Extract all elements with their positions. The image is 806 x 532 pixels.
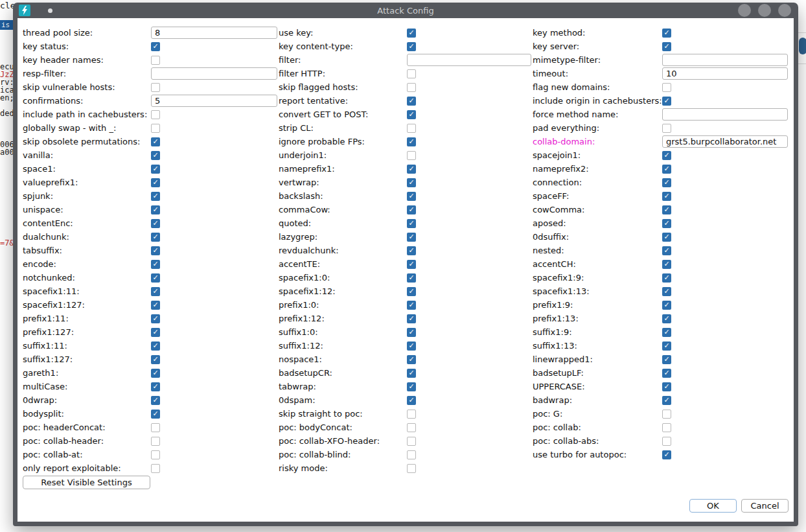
checkbox-poc-collab-at[interactable] — [151, 450, 160, 459]
checkbox-spaceff[interactable]: ✓ — [662, 192, 671, 201]
checkbox-dualchunk[interactable]: ✓ — [151, 233, 160, 242]
checkbox-badwrap[interactable]: ✓ — [662, 396, 671, 405]
input-thread-pool-size[interactable] — [151, 27, 277, 39]
input-confirmations[interactable] — [151, 95, 277, 107]
input-collab-domain[interactable] — [662, 135, 788, 148]
checkbox-0dwrap[interactable]: ✓ — [151, 396, 160, 405]
checkbox-nospace1[interactable]: ✓ — [407, 355, 416, 364]
checkbox-poc-collab[interactable] — [662, 423, 671, 432]
checkbox-suffix1-11[interactable]: ✓ — [151, 341, 160, 351]
checkbox-convert-get-to-post[interactable]: ✓ — [407, 110, 416, 119]
input-resp-filter[interactable] — [151, 67, 277, 80]
checkbox-globally-swap-with[interactable] — [151, 124, 160, 133]
checkbox-include-path-in-cachebusters[interactable] — [151, 110, 160, 119]
checkbox-0dspam[interactable]: ✓ — [407, 396, 416, 405]
checkbox-flag-new-domains[interactable] — [662, 83, 671, 92]
input-force-method-name[interactable] — [662, 108, 788, 121]
checkbox-only-report-exploitable[interactable] — [151, 464, 160, 473]
checkbox-contentenc[interactable]: ✓ — [151, 219, 160, 228]
checkbox-underjoin1[interactable] — [407, 151, 416, 160]
checkbox-bodysplit[interactable]: ✓ — [151, 410, 160, 419]
checkbox-spacefix1-127[interactable]: ✓ — [151, 301, 160, 310]
checkbox-spjunk[interactable]: ✓ — [151, 192, 160, 201]
checkbox-lazygrep[interactable]: ✓ — [407, 233, 416, 242]
input-mimetype-filter[interactable] — [662, 54, 788, 66]
checkbox-suffix1-9[interactable]: ✓ — [662, 328, 671, 337]
maximize-button[interactable] — [758, 4, 771, 17]
checkbox-badsetuplf[interactable]: ✓ — [662, 369, 671, 378]
checkbox-suffix1-12[interactable]: ✓ — [407, 341, 416, 351]
cancel-button[interactable]: Cancel — [741, 499, 789, 513]
checkbox-skip-flagged-hosts[interactable] — [407, 83, 416, 92]
checkbox-linewrapped1[interactable]: ✓ — [662, 355, 671, 364]
checkbox-spacefix1-0[interactable]: ✓ — [407, 273, 416, 283]
checkbox-notchunked[interactable]: ✓ — [151, 273, 160, 283]
minimize-button[interactable] — [738, 4, 751, 17]
checkbox-report-tentative[interactable]: ✓ — [407, 97, 416, 106]
checkbox-vertwrap[interactable]: ✓ — [407, 178, 416, 187]
checkbox-use-turbo-for-autopoc[interactable]: ✓ — [662, 450, 671, 459]
checkbox-suffix1-0[interactable]: ✓ — [407, 328, 416, 337]
checkbox-poc-headerconcat[interactable] — [151, 423, 160, 432]
checkbox-pad-everything[interactable] — [662, 124, 671, 133]
checkbox-spacejoin1[interactable]: ✓ — [662, 151, 671, 160]
checkbox-key-header-names[interactable] — [151, 56, 160, 65]
checkbox-key-method[interactable]: ✓ — [662, 29, 671, 38]
checkbox-tabsuffix[interactable]: ✓ — [151, 246, 160, 255]
checkbox-nameprefix2[interactable]: ✓ — [662, 165, 671, 174]
reset-visible-settings-button[interactable]: Reset Visible Settings — [23, 476, 150, 489]
checkbox-prefix1-12[interactable]: ✓ — [407, 314, 416, 323]
checkbox-prefix1-0[interactable]: ✓ — [407, 301, 416, 310]
checkbox-filter-http[interactable] — [407, 69, 416, 78]
ok-button[interactable]: OK — [689, 499, 737, 513]
checkbox-spacefix1-9[interactable]: ✓ — [662, 273, 671, 283]
checkbox-valueprefix1[interactable]: ✓ — [151, 178, 160, 187]
checkbox-0dsuffix[interactable]: ✓ — [662, 233, 671, 242]
checkbox-poc-collab-abs[interactable] — [662, 437, 671, 446]
checkbox-key-status[interactable]: ✓ — [151, 42, 160, 51]
checkbox-accentte[interactable]: ✓ — [407, 260, 416, 269]
checkbox-spacefix1-12[interactable]: ✓ — [407, 287, 416, 296]
input-timeout[interactable] — [662, 67, 788, 80]
checkbox-unispace[interactable]: ✓ — [151, 205, 160, 214]
close-button[interactable] — [778, 4, 791, 17]
checkbox-revdualchunk[interactable]: ✓ — [407, 246, 416, 255]
checkbox-prefix1-9[interactable]: ✓ — [662, 301, 671, 310]
checkbox-key-server[interactable]: ✓ — [662, 42, 671, 51]
checkbox-tabwrap[interactable]: ✓ — [407, 382, 416, 391]
checkbox-cowcomma[interactable]: ✓ — [662, 205, 671, 214]
checkbox-badsetupcr[interactable]: ✓ — [407, 369, 416, 378]
checkbox-prefix1-11[interactable]: ✓ — [151, 314, 160, 323]
checkbox-strip-cl[interactable] — [407, 124, 416, 133]
checkbox-multicase[interactable]: ✓ — [151, 382, 160, 391]
checkbox-key-content-type[interactable]: ✓ — [407, 42, 416, 51]
checkbox-skip-obsolete-permutations[interactable]: ✓ — [151, 137, 160, 146]
input-filter[interactable] — [407, 54, 531, 66]
checkbox-suffix1-127[interactable]: ✓ — [151, 355, 160, 364]
checkbox-commacow[interactable]: ✓ — [407, 205, 416, 214]
checkbox-suffix1-13[interactable]: ✓ — [662, 341, 671, 351]
checkbox-gareth1[interactable]: ✓ — [151, 369, 160, 378]
checkbox-nameprefix1[interactable]: ✓ — [407, 165, 416, 174]
checkbox-poc-g[interactable] — [662, 410, 671, 419]
checkbox-nested[interactable]: ✓ — [662, 246, 671, 255]
checkbox-use-key[interactable]: ✓ — [407, 29, 416, 38]
checkbox-space1[interactable]: ✓ — [151, 165, 160, 174]
checkbox-aposed[interactable]: ✓ — [662, 219, 671, 228]
checkbox-quoted[interactable]: ✓ — [407, 219, 416, 228]
checkbox-uppercase[interactable]: ✓ — [662, 382, 671, 391]
checkbox-prefix1-13[interactable]: ✓ — [662, 314, 671, 323]
checkbox-vanilla[interactable]: ✓ — [151, 151, 160, 160]
checkbox-skip-straight-to-poc[interactable] — [407, 410, 416, 419]
checkbox-include-origin-in-cachebusters[interactable]: ✓ — [662, 97, 671, 106]
checkbox-backslash[interactable]: ✓ — [407, 192, 416, 201]
titlebar[interactable]: Attack Config — [13, 3, 798, 18]
checkbox-poc-collab-header[interactable] — [151, 437, 160, 446]
checkbox-spacefix1-11[interactable]: ✓ — [151, 287, 160, 296]
checkbox-poc-bodyconcat[interactable] — [407, 423, 416, 432]
checkbox-skip-vulnerable-hosts[interactable] — [151, 83, 160, 92]
checkbox-prefix1-127[interactable]: ✓ — [151, 328, 160, 337]
checkbox-spacefix1-13[interactable]: ✓ — [662, 287, 671, 296]
checkbox-poc-collab-xfo-header[interactable] — [407, 437, 416, 446]
checkbox-risky-mode[interactable] — [407, 464, 416, 473]
